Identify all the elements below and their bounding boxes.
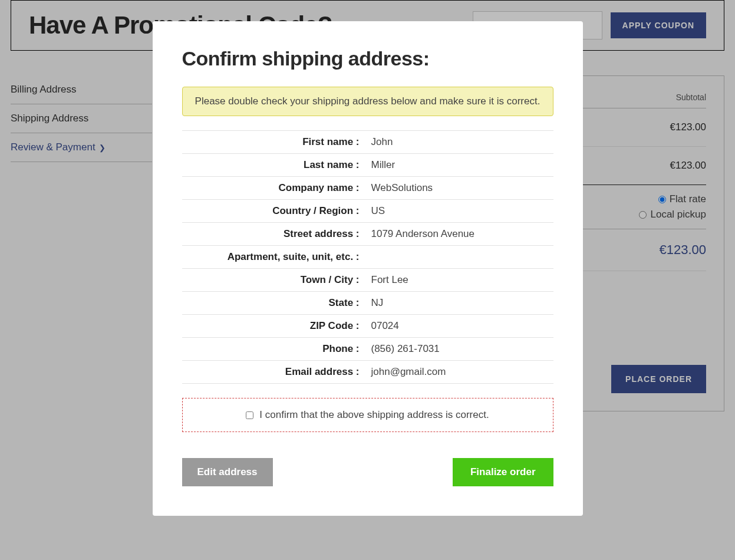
field-email-address: Email address : john@gmail.com [182, 360, 553, 384]
field-first-name: First name : John [182, 130, 553, 153]
field-last-name: Last name : Miller [182, 153, 553, 176]
confirm-address-box: I confirm that the above shipping addres… [182, 398, 553, 432]
field-apartment: Apartment, suite, unit, etc. : [182, 245, 553, 268]
modal-alert: Please double check your shipping addres… [182, 87, 553, 116]
shipping-fields: First name : John Last name : Miller Com… [182, 130, 553, 384]
field-town-city: Town / City : Fort Lee [182, 268, 553, 291]
field-zip-code: ZIP Code : 07024 [182, 314, 553, 337]
field-state: State : NJ [182, 291, 553, 314]
field-company-name: Company name : WebSolutions [182, 176, 553, 199]
finalize-order-button[interactable]: Finalize order [453, 458, 553, 486]
field-country-region: Country / Region : US [182, 199, 553, 222]
confirm-shipping-modal: Confirm shipping address: Please double … [153, 21, 583, 516]
field-street-address: Street address : 1079 Anderson Avenue [182, 222, 553, 245]
modal-title: Confirm shipping address: [182, 47, 553, 70]
field-phone: Phone : (856) 261-7031 [182, 337, 553, 360]
confirm-address-label: I confirm that the above shipping addres… [259, 409, 489, 421]
confirm-address-checkbox[interactable] [246, 411, 253, 419]
edit-address-button[interactable]: Edit address [182, 458, 273, 486]
